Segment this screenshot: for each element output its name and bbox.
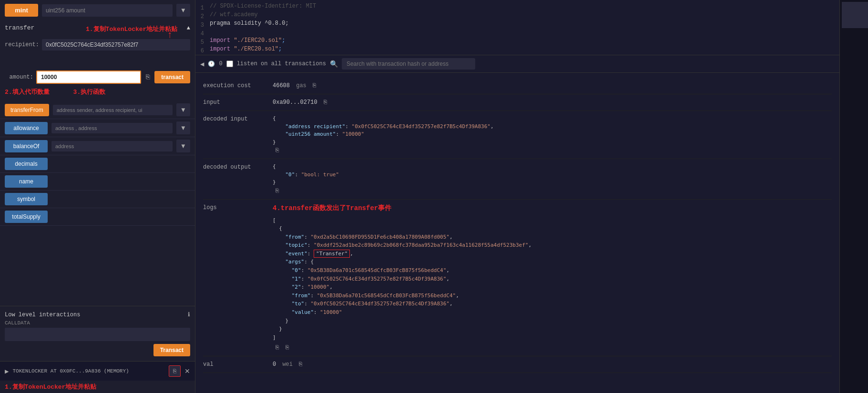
input-hash: 0xa90...02710	[273, 99, 317, 106]
listen-label: listen on all transactions	[237, 60, 326, 67]
mint-section: mint ▼	[0, 0, 195, 20]
amount-row: amount: ⎘ transact	[5, 71, 190, 84]
mint-button[interactable]: mint	[5, 4, 38, 17]
input-key: input	[203, 98, 265, 106]
low-level-header: Low level interactions ℹ	[5, 311, 190, 318]
totalsupply-button[interactable]: totalSupply	[5, 211, 48, 223]
mint-chevron[interactable]: ▼	[176, 4, 190, 17]
transfer-form: recipient: 1.复制TokenLocker地址并粘贴 ↑ amount…	[0, 35, 195, 101]
transferfrom-button[interactable]: transferFrom	[5, 104, 49, 116]
totalsupply-row: totalSupply	[0, 208, 195, 226]
val-value: 0 wei ⎘	[273, 360, 832, 369]
decimals-row: decimals	[0, 155, 195, 173]
transferfrom-param[interactable]	[53, 105, 173, 115]
mint-param-input[interactable]	[42, 4, 173, 17]
copy-icon-amount[interactable]: ⎘	[144, 72, 152, 82]
left-panel: mint ▼ transfer ▲ recipient: 1.复制TokenLo…	[0, 0, 195, 393]
tx-details: execution cost 46608 gas ⎘ input 0xa90..…	[195, 73, 839, 393]
calldata-input[interactable]	[5, 328, 190, 341]
recipient-input[interactable]	[42, 39, 190, 50]
transact-bottom-button[interactable]: Transact	[153, 344, 190, 356]
transfer-chevron: ▲	[187, 25, 190, 31]
transact-button[interactable]: transact	[154, 71, 190, 83]
gas-label: gas	[296, 82, 306, 89]
allowance-chevron[interactable]: ▼	[176, 121, 190, 134]
annotation3-text: 3.执行函数	[73, 88, 106, 96]
toolbar: ◀ 🕐 0 listen on all transactions 🔍	[195, 55, 839, 73]
execution-cost-row: execution cost 46608 gas ⎘	[203, 78, 832, 94]
transfer-label: transfer	[5, 24, 34, 31]
copy-val[interactable]: ⎘	[299, 361, 302, 368]
low-level-section: Low level interactions ℹ CALLDATA Transa…	[0, 306, 195, 361]
clock-icon[interactable]: 🕐	[208, 60, 215, 68]
decoded-output-row: decoded output { "0": "bool: true" } ⎘	[203, 159, 832, 200]
recipient-row: recipient:	[5, 39, 190, 50]
execution-cost-number: 46608	[273, 82, 290, 89]
val-key: val	[203, 360, 265, 368]
val-number: 0	[273, 361, 276, 368]
toolbar-counter: 0	[219, 60, 222, 67]
copy-input[interactable]: ⎘	[324, 99, 327, 106]
name-row: name	[0, 173, 195, 191]
far-right-preview	[842, 2, 868, 28]
annotation2-text: 2.填入代币数量	[5, 88, 50, 96]
annotation1-area: 1.复制TokenLocker地址并粘贴 ↑	[5, 53, 190, 68]
balanceof-row: balanceOf ▼	[0, 137, 195, 155]
decoded-input-key: decoded input	[203, 115, 265, 122]
execution-cost-key: execution cost	[203, 81, 265, 89]
search-input[interactable]	[342, 58, 475, 70]
balanceof-param[interactable]	[51, 141, 173, 151]
amount-label: amount:	[5, 74, 33, 81]
transfer-section-header[interactable]: transfer ▲	[0, 20, 195, 35]
far-right-panel	[839, 0, 868, 393]
copy-logs-2[interactable]: ⎘	[286, 343, 289, 352]
annotation1-bottom: 1.复制TokenLocker地址并粘贴	[0, 381, 195, 393]
decoded-output-value: { "0": "bool: true" } ⎘	[273, 163, 832, 195]
far-right-content	[840, 0, 868, 32]
logs-key: logs	[203, 203, 265, 211]
allowance-button[interactable]: allowance	[5, 122, 48, 134]
execution-cost-value: 46608 gas ⎘	[273, 81, 832, 90]
copy-address-button[interactable]: ⎘	[169, 365, 181, 377]
listen-checkbox[interactable]	[226, 60, 233, 67]
symbol-button[interactable]: symbol	[5, 193, 48, 205]
allowance-param[interactable]	[51, 123, 173, 133]
copy-logs-1[interactable]: ⎘	[276, 343, 279, 352]
line-numbers: 1 2 3 4 5 6	[195, 2, 210, 53]
bottom-bar: ▶ TOKENLOCKER AT 0X0FC...9A836 (MEMORY) …	[0, 361, 195, 381]
balanceof-button[interactable]: balanceOf	[5, 140, 48, 152]
decimals-button[interactable]: decimals	[5, 158, 48, 170]
transferfrom-chevron[interactable]: ▼	[176, 103, 190, 116]
code-content: // SPDX-License-Identifier: MIT // wtf.a…	[210, 2, 839, 53]
logs-value: 4.transfer函数发出了Transfer事件 [ { "from": "0…	[273, 203, 832, 353]
decoded-input-row: decoded input { "address recipient": "0x…	[203, 111, 832, 159]
input-value: 0xa90...02710 ⎘	[273, 98, 832, 107]
info-icon[interactable]: ℹ	[188, 311, 190, 318]
close-instance-button[interactable]: ✕	[184, 367, 190, 375]
allowance-row: allowance ▼	[0, 119, 195, 137]
collapse-icon[interactable]: ◀	[200, 60, 204, 68]
bottom-bar-label: TOKENLOCKER AT 0X0FC...9A836 (MEMORY)	[12, 368, 165, 374]
annotations-23: 2.填入代币数量 3.执行函数	[5, 87, 190, 97]
copy-decoded-output[interactable]: ⎘	[276, 188, 279, 194]
input-row: input 0xa90...02710 ⎘	[203, 94, 832, 111]
spacer	[0, 226, 195, 306]
recipient-label: recipient:	[5, 41, 39, 48]
code-area: 1 2 3 4 5 6 // SPDX-License-Identifier: …	[195, 0, 839, 55]
search-icon: 🔍	[330, 60, 338, 68]
annotation4-text: 4.transfer函数发出了Transfer事件	[273, 203, 832, 213]
balanceof-chevron[interactable]: ▼	[176, 140, 190, 152]
copy-decoded-input[interactable]: ⎘	[276, 147, 279, 154]
copy-execution-cost[interactable]: ⎘	[313, 82, 316, 89]
logs-row: logs 4.transfer函数发出了Transfer事件 [ { "from…	[203, 200, 832, 357]
transferfrom-row: transferFrom ▼	[0, 101, 195, 119]
decoded-input-value: { "address recipient": "0x0fC5025C764cE3…	[273, 115, 832, 155]
name-button[interactable]: name	[5, 175, 48, 188]
calldata-label: CALLDATA	[5, 320, 190, 326]
decoded-output-key: decoded output	[203, 163, 265, 171]
low-level-title: Low level interactions	[5, 312, 80, 318]
expand-icon[interactable]: ▶	[5, 367, 9, 375]
amount-input[interactable]	[36, 71, 141, 84]
val-row: val 0 wei ⎘	[203, 356, 832, 373]
right-panel: 1 2 3 4 5 6 // SPDX-License-Identifier: …	[195, 0, 839, 393]
